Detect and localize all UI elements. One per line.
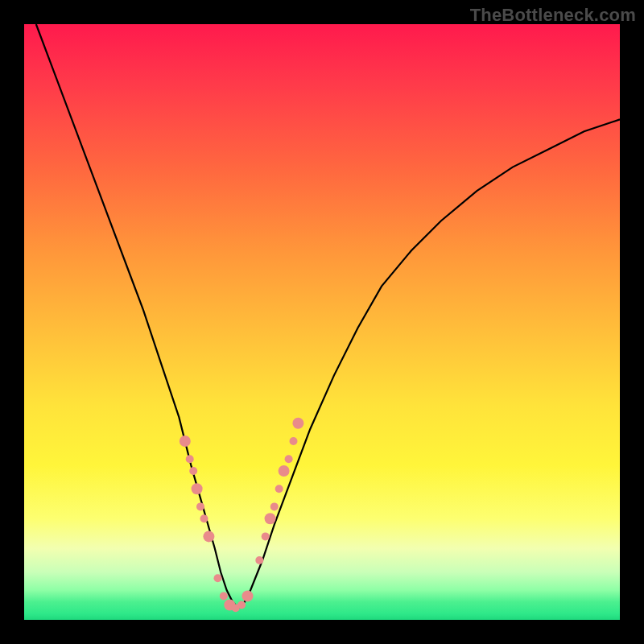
curve-svg bbox=[24, 24, 620, 620]
marker-point bbox=[279, 465, 290, 477]
marker-point bbox=[237, 601, 246, 609]
marker-point bbox=[189, 467, 197, 475]
marker-point bbox=[200, 514, 208, 522]
bottleneck-curve bbox=[36, 24, 620, 608]
marker-group bbox=[180, 418, 304, 612]
marker-point bbox=[196, 502, 204, 510]
plot-area bbox=[24, 24, 620, 620]
marker-point bbox=[290, 437, 298, 445]
watermark-text: TheBottleneck.com bbox=[470, 5, 636, 26]
marker-point bbox=[285, 455, 293, 463]
marker-point bbox=[186, 455, 194, 463]
marker-point bbox=[180, 436, 191, 447]
marker-point bbox=[242, 590, 254, 601]
marker-point bbox=[275, 485, 283, 493]
chart-frame: TheBottleneck.com bbox=[0, 0, 644, 644]
marker-point bbox=[220, 592, 228, 600]
marker-point bbox=[265, 513, 276, 524]
marker-point bbox=[270, 502, 279, 510]
marker-point bbox=[292, 418, 303, 429]
marker-point bbox=[255, 556, 263, 564]
marker-point bbox=[192, 483, 203, 494]
marker-point bbox=[214, 574, 222, 582]
marker-point bbox=[203, 530, 214, 542]
marker-point bbox=[262, 532, 270, 540]
